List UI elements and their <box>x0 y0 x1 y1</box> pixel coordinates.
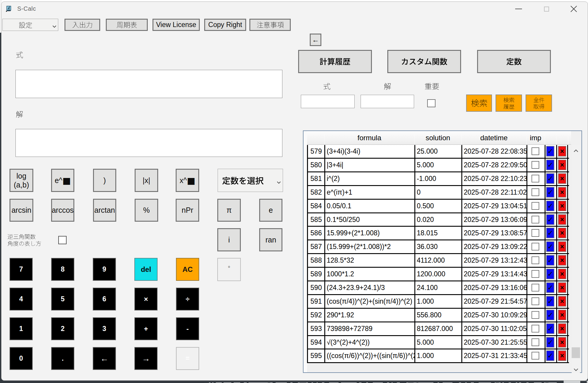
table-scrollbar[interactable] <box>572 145 580 373</box>
key-digit-7[interactable]: 7 <box>10 258 33 281</box>
key-ran[interactable]: ran <box>259 228 282 251</box>
custom-functions-tab-button[interactable]: カスタム関数 <box>387 50 461 73</box>
row-important-checkbox[interactable] <box>532 325 539 332</box>
row-important-checkbox[interactable] <box>532 147 539 155</box>
row-delete-button[interactable]: × <box>558 269 566 279</box>
scrollbar-down-icon[interactable] <box>573 367 578 373</box>
row-delete-button[interactable]: × <box>558 350 566 361</box>
column-header-solution[interactable]: solution <box>414 131 461 144</box>
key-percent[interactable]: % <box>135 199 158 222</box>
row-important-checkbox[interactable] <box>532 188 539 196</box>
close-button[interactable] <box>570 5 577 12</box>
row-check-button[interactable]: ✓ <box>546 282 554 293</box>
settings-dropdown[interactable]: 設定 <box>2 19 58 31</box>
key-del[interactable]: del <box>134 258 158 281</box>
search-button[interactable]: 検索 <box>466 94 492 112</box>
row-delete-button[interactable]: × <box>558 255 566 266</box>
row-check-button[interactable]: ✓ <box>546 323 554 334</box>
row-check-button[interactable]: ✓ <box>546 201 554 211</box>
get-all-button[interactable]: 全件 取得 <box>526 94 552 112</box>
row-delete-button[interactable]: × <box>558 146 566 157</box>
row-important-checkbox[interactable] <box>532 256 539 264</box>
row-important-checkbox[interactable] <box>532 243 539 250</box>
key-e[interactable]: e <box>259 199 282 222</box>
key-plus[interactable]: + <box>134 317 158 340</box>
key-digit-9[interactable]: 9 <box>93 258 116 281</box>
row-delete-button[interactable]: × <box>558 241 566 252</box>
calc-history-tab-button[interactable]: 計算履歴 <box>298 50 372 73</box>
key-e-power[interactable]: e^■ <box>51 169 74 192</box>
row-check-button[interactable]: ✓ <box>546 296 554 307</box>
row-check-button[interactable]: ✓ <box>546 350 554 361</box>
row-check-button[interactable]: ✓ <box>546 241 554 252</box>
key-digit-4[interactable]: 4 <box>10 288 33 311</box>
constants-tab-button[interactable]: 定数 <box>477 50 551 73</box>
row-check-button[interactable]: ✓ <box>546 214 554 225</box>
key-digit-3[interactable]: 3 <box>93 317 116 340</box>
key-arccos[interactable]: arccos <box>51 199 74 222</box>
menu-notes-button[interactable]: 注意事項 <box>249 19 291 31</box>
row-check-button[interactable]: ✓ <box>546 173 554 184</box>
solution-output[interactable] <box>15 129 282 157</box>
key-arrow-left[interactable]: ← <box>93 347 116 370</box>
key-digit-2[interactable]: 2 <box>51 317 74 340</box>
key-npr[interactable]: nPr <box>176 199 199 222</box>
search-important-checkbox[interactable] <box>427 99 436 107</box>
row-important-checkbox[interactable] <box>532 311 539 319</box>
row-delete-button[interactable]: × <box>558 282 566 293</box>
column-header-imp[interactable]: imp <box>526 131 545 144</box>
key-divide[interactable]: ÷ <box>176 288 199 311</box>
search-history-button[interactable]: 検索 履歴 <box>496 94 522 112</box>
maximize-button[interactable] <box>544 7 549 12</box>
row-delete-button[interactable]: × <box>558 310 566 320</box>
minimize-button[interactable] <box>515 9 522 9</box>
key-multiply[interactable]: × <box>134 288 158 311</box>
menu-periodic-table-button[interactable]: 周期表 <box>106 19 148 31</box>
key-pi[interactable]: π <box>217 199 241 222</box>
row-important-checkbox[interactable] <box>532 216 539 223</box>
row-important-checkbox[interactable] <box>532 352 539 360</box>
menu-copyright-button[interactable]: Copy Right <box>204 19 246 31</box>
row-check-button[interactable]: ✓ <box>546 160 554 170</box>
key-digit-1[interactable]: 1 <box>10 317 33 340</box>
row-delete-button[interactable]: × <box>558 296 566 307</box>
key-ac[interactable]: AC <box>176 258 199 281</box>
row-delete-button[interactable]: × <box>558 337 566 348</box>
row-check-button[interactable]: ✓ <box>546 337 554 348</box>
row-important-checkbox[interactable] <box>532 229 539 237</box>
key-log-ab[interactable]: log (a,b) <box>10 169 33 192</box>
row-important-checkbox[interactable] <box>532 161 539 169</box>
row-delete-button[interactable]: × <box>558 173 566 184</box>
row-delete-button[interactable]: × <box>558 323 566 334</box>
row-delete-button[interactable]: × <box>558 214 566 225</box>
constants-dropdown[interactable]: 定数を選択 <box>218 169 283 192</box>
row-check-button[interactable]: ✓ <box>546 310 554 320</box>
row-delete-button[interactable]: × <box>558 160 566 170</box>
row-important-checkbox[interactable] <box>532 270 539 278</box>
search-solution-input[interactable] <box>361 95 414 108</box>
row-delete-button[interactable]: × <box>558 201 566 211</box>
key-close-paren[interactable]: ) <box>93 169 116 192</box>
key-arcsin[interactable]: arcsin <box>10 199 33 222</box>
key-arrow-right[interactable]: → <box>134 347 158 370</box>
row-check-button[interactable]: ✓ <box>546 146 554 157</box>
row-check-button[interactable]: ✓ <box>546 187 554 198</box>
formula-input[interactable] <box>15 70 282 98</box>
key-i[interactable]: i <box>217 228 241 251</box>
key-minus[interactable]: - <box>176 317 199 340</box>
key-digit-5[interactable]: 5 <box>51 288 74 311</box>
key-digit-6[interactable]: 6 <box>93 288 116 311</box>
key-degree[interactable]: ° <box>217 258 241 281</box>
row-delete-button[interactable]: × <box>558 187 566 198</box>
menu-view-license-button[interactable]: View License <box>152 19 200 31</box>
key-abs-x[interactable]: |x| <box>135 169 158 192</box>
row-important-checkbox[interactable] <box>532 175 539 182</box>
key-digit-0[interactable]: 0 <box>10 347 33 370</box>
column-header-datetime[interactable]: datetime <box>461 131 526 144</box>
row-check-button[interactable]: ✓ <box>546 228 554 238</box>
row-important-checkbox[interactable] <box>532 338 539 346</box>
row-check-button[interactable]: ✓ <box>546 255 554 266</box>
key-decimal-point[interactable]: . <box>51 347 74 370</box>
key-x-power[interactable]: x^■ <box>176 169 199 192</box>
scrollbar-thumb[interactable] <box>572 347 580 358</box>
